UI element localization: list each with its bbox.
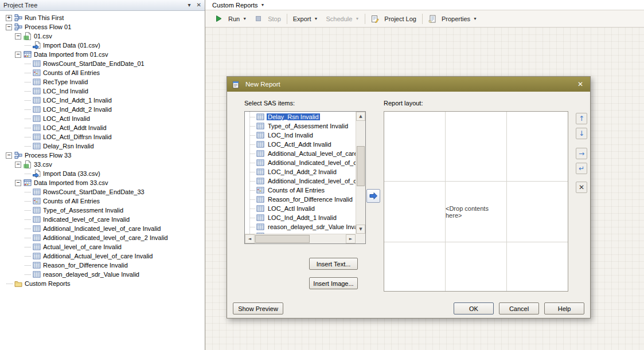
tree-item-reason-delayed-sdr-value-invalid[interactable]: reason_delayed_sdr_Value Invalid bbox=[0, 270, 205, 279]
sas-item-additional-indicated-level-of-care-invalid[interactable]: Additional_Indicated_level_of_care Inval… bbox=[245, 158, 356, 167]
scroll-left-icon[interactable]: ◄ bbox=[245, 234, 255, 243]
layout-cell[interactable] bbox=[384, 242, 446, 291]
tree-item-loc-ind-addt-2-invalid[interactable]: LOC_Ind_Addt_2 Invalid bbox=[0, 105, 205, 114]
sas-item-additional-indicated-level-of-care-2-invalid[interactable]: Additional_Indicated_level_of_care_2 Inv… bbox=[245, 176, 356, 186]
tree-item-additional-actual-level-of-care-invalid[interactable]: Additional_Actual_level_of_care Invalid bbox=[0, 251, 205, 261]
help-button[interactable]: Help bbox=[544, 302, 584, 314]
sas-item-reason-for-difference-invalid[interactable]: Reason_for_Difference Invalid bbox=[245, 195, 356, 204]
insert-image-button[interactable]: Insert Image... bbox=[309, 277, 358, 289]
grid-icon bbox=[256, 140, 264, 148]
tree-item-01-csv[interactable]: −01.csv bbox=[0, 32, 205, 41]
tree-item-counts-of-all-entries[interactable]: Counts of All Entries bbox=[0, 196, 205, 206]
tree-item-custom-reports[interactable]: Custom Reports bbox=[0, 279, 205, 288]
tree-connector bbox=[24, 233, 33, 242]
tree-connector bbox=[24, 123, 33, 132]
scroll-right-icon[interactable]: ► bbox=[346, 234, 356, 243]
run-caret-icon[interactable]: ▼ bbox=[243, 17, 247, 21]
cancel-button[interactable]: Cancel bbox=[499, 302, 539, 314]
tree-item-rowscount-startdate-enddate-33[interactable]: RowsCount_StartDate_EndDate_33 bbox=[0, 187, 205, 196]
expand-icon[interactable]: + bbox=[6, 15, 12, 21]
dialog-close-icon[interactable]: ✕ bbox=[575, 80, 586, 88]
layout-cell[interactable] bbox=[507, 112, 568, 182]
grid-icon bbox=[33, 115, 41, 123]
sas-item-loc-actl-addt-invalid[interactable]: LOC_Actl_Addt Invalid bbox=[245, 140, 356, 149]
layout-cell[interactable] bbox=[507, 242, 568, 291]
horizontal-scrollbar[interactable]: ◄ ► bbox=[245, 234, 356, 243]
sas-item-loc-ind-invalid[interactable]: LOC_Ind Invalid bbox=[245, 131, 356, 140]
layout-cell[interactable] bbox=[384, 182, 446, 242]
tree-item-33-csv[interactable]: −33.csv bbox=[0, 160, 205, 169]
tree-item-indicated-level-of-care-invalid[interactable]: Indicated_level_of_care Invalid bbox=[0, 215, 205, 224]
tree-item-import-data-33-csv[interactable]: Import Data (33.csv) bbox=[0, 169, 205, 178]
project-log-button[interactable]: Project Log bbox=[367, 13, 420, 25]
layout-cell[interactable] bbox=[446, 112, 507, 182]
tree-item-additional-indicated-level-of-care-invalid[interactable]: Additional_Indicated_level_of_care Inval… bbox=[0, 224, 205, 233]
add-to-layout-button[interactable] bbox=[366, 189, 380, 203]
tree-item-rowscount-startdate-enddate-01[interactable]: RowsCount_StartDate_EndDate_01 bbox=[0, 59, 205, 68]
collapse-icon[interactable]: − bbox=[6, 24, 12, 30]
export-caret-icon[interactable]: ▼ bbox=[314, 17, 318, 21]
delete-item-button[interactable]: ✕ bbox=[576, 182, 587, 193]
sas-item-loc-ind-addt-1-invalid[interactable]: LOC_Ind_Addt_1 Invalid bbox=[245, 213, 356, 222]
ok-button[interactable]: OK bbox=[454, 302, 494, 314]
sas-item-counts-of-all-entries[interactable]: Counts of All Entries bbox=[245, 186, 356, 195]
scroll-down-icon[interactable]: ▼ bbox=[356, 225, 365, 234]
insert-text-button[interactable]: Insert Text... bbox=[309, 258, 358, 270]
properties-button[interactable]: Properties ▼ bbox=[424, 13, 481, 25]
export-button[interactable]: Export ▼ bbox=[289, 14, 322, 24]
sas-item-loc-ind-addt-2-invalid[interactable]: LOC_Ind_Addt_2 Invalid bbox=[245, 167, 356, 176]
move-item-down-button[interactable]: ↓ bbox=[576, 128, 587, 139]
collapse-icon[interactable]: − bbox=[15, 180, 21, 186]
move-item-up-button[interactable]: ↑ bbox=[576, 113, 587, 124]
tree-item-run-this-first[interactable]: +Run This First bbox=[0, 13, 205, 22]
panel-menu-icon[interactable]: ▾ bbox=[188, 2, 191, 8]
tree-item-loc-actl-invalid[interactable]: LOC_Actl Invalid bbox=[0, 114, 205, 123]
sas-item-delay-rsn-invalid[interactable]: Delay_Rsn Invalid bbox=[245, 112, 356, 121]
layout-cell[interactable] bbox=[446, 242, 507, 291]
scroll-up-icon[interactable]: ▲ bbox=[356, 112, 365, 121]
tree-item-delay-rsn-invalid[interactable]: Delay_Rsn Invalid bbox=[0, 141, 205, 151]
tab-custom-reports[interactable]: Custom Reports ▼ bbox=[212, 2, 264, 9]
move-item-right-button[interactable]: → bbox=[576, 148, 587, 159]
move-item-newline-button[interactable]: ↵ bbox=[576, 163, 587, 174]
collapse-icon[interactable]: − bbox=[15, 162, 21, 168]
tree-item-loc-actl-diffrsn-invalid[interactable]: LOC_Actl_Diffrsn Invalid bbox=[0, 132, 205, 141]
tree-item-additional-indicated-level-of-care-2-invalid[interactable]: Additional_Indicated_level_of_care_2 Inv… bbox=[0, 233, 205, 242]
report-layout-grid[interactable]: <Drop contents here> bbox=[384, 111, 568, 292]
layout-cell-drop-target[interactable]: <Drop contents here> bbox=[446, 182, 507, 242]
collapse-icon[interactable]: − bbox=[15, 52, 21, 58]
project-tree-title: Project Tree bbox=[3, 2, 182, 9]
tree-connector bbox=[24, 224, 33, 233]
tree-item-actual-level-of-care-invalid[interactable]: Actual_level_of_care Invalid bbox=[0, 242, 205, 251]
layout-cell[interactable] bbox=[507, 182, 568, 242]
show-preview-button[interactable]: Show Preview bbox=[233, 302, 283, 314]
panel-close-icon[interactable]: ✕ bbox=[197, 2, 201, 8]
tree-item-data-imported-from-33-csv[interactable]: −Data Imported from 33.csv bbox=[0, 178, 205, 187]
dialog-titlebar[interactable]: New Report ✕ bbox=[227, 77, 590, 92]
vertical-scroll-thumb[interactable] bbox=[357, 146, 365, 186]
horizontal-scroll-thumb[interactable] bbox=[255, 235, 310, 243]
layout-cell[interactable] bbox=[384, 112, 446, 182]
run-button[interactable]: Run ▼ bbox=[211, 13, 251, 25]
tree-item-process-flow-01[interactable]: −Process Flow 01 bbox=[0, 22, 205, 32]
tree-item-reason-for-difference-invalid[interactable]: Reason_for_Difference Invalid bbox=[0, 261, 205, 270]
tab-caret-icon[interactable]: ▼ bbox=[260, 3, 264, 7]
schedule-button: Schedule ▼ bbox=[322, 14, 364, 24]
tree-item-data-imported-from-01-csv[interactable]: −Data Imported from 01.csv bbox=[0, 50, 205, 59]
sas-item-type-of-assessment-invalid[interactable]: Type_of_Assessment Invalid bbox=[245, 121, 356, 131]
sas-item-loc-actl-invalid[interactable]: LOC_Actl Invalid bbox=[245, 204, 356, 213]
sas-item-additional-actual-level-of-care-invalid[interactable]: Additional_Actual_level_of_care Invalid bbox=[245, 149, 356, 158]
collapse-icon[interactable]: − bbox=[6, 152, 12, 159]
collapse-icon[interactable]: − bbox=[15, 33, 21, 40]
tree-item-loc-ind-addt-1-invalid[interactable]: LOC_Ind_Addt_1 Invalid bbox=[0, 96, 205, 105]
tree-item-loc-actl-addt-invalid[interactable]: LOC_Actl_Addt Invalid bbox=[0, 123, 205, 132]
properties-caret-icon[interactable]: ▼ bbox=[473, 17, 477, 21]
tree-item-rectype-invalid[interactable]: RecType Invalid bbox=[0, 77, 205, 86]
tree-item-loc-ind-invalid[interactable]: LOC_Ind Invalid bbox=[0, 86, 205, 96]
tree-item-import-data-01-csv[interactable]: Import Data (01.csv) bbox=[0, 41, 205, 50]
tree-item-counts-of-all-entries[interactable]: Counts of All Entries bbox=[0, 68, 205, 77]
tree-item-type-of-assessment-invalid[interactable]: Type_of_Assessment Invalid bbox=[0, 206, 205, 215]
sas-item-reason-delayed-sdr-value-invalid[interactable]: reason_delayed_sdr_Value Invalid bbox=[245, 222, 356, 231]
tree-item-process-flow-33[interactable]: −Process Flow 33 bbox=[0, 151, 205, 160]
vertical-scrollbar[interactable]: ▲ ▼ bbox=[356, 112, 365, 234]
